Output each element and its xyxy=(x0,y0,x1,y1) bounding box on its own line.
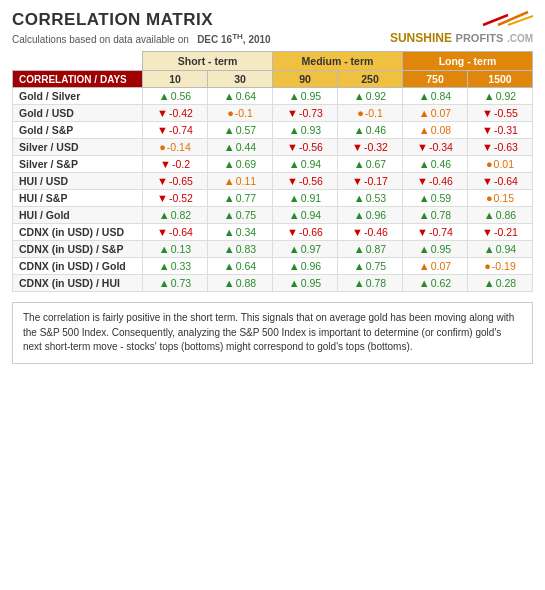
arrow-icon: ▲ xyxy=(159,90,170,102)
subtitle-year: , 2010 xyxy=(243,34,271,45)
val-cell: ●-0.1 xyxy=(208,105,273,122)
val-cell: ▲0.53 xyxy=(338,190,403,207)
val-cell: ●-0.14 xyxy=(143,139,208,156)
arrow-icon: ▼ xyxy=(417,175,428,187)
cell-value: 0.92 xyxy=(496,90,516,102)
val-cell: ▼-0.55 xyxy=(468,105,533,122)
val-cell: ▲0.77 xyxy=(208,190,273,207)
val-cell: ▼-0.21 xyxy=(468,224,533,241)
val-cell: ▲0.92 xyxy=(338,88,403,105)
cell-value: 0.95 xyxy=(301,277,321,289)
cell-value: -0.64 xyxy=(494,175,518,187)
cell-value: 0.91 xyxy=(301,192,321,204)
medium-term-header: Medium - term xyxy=(273,52,403,71)
val-cell: ▲0.78 xyxy=(403,207,468,224)
val-cell: ▲0.83 xyxy=(208,241,273,258)
val-cell: ▲0.28 xyxy=(468,275,533,292)
cell-value: -0.21 xyxy=(494,226,518,238)
cell-value: 0.44 xyxy=(236,141,256,153)
arrow-icon: ▲ xyxy=(224,260,235,272)
val-cell: ▲0.08 xyxy=(403,122,468,139)
val-cell: ▲0.86 xyxy=(468,207,533,224)
col-header-row: Short - term Medium - term Long - term xyxy=(13,52,533,71)
val-cell: ▲0.94 xyxy=(273,207,338,224)
val-cell: ▲0.64 xyxy=(208,88,273,105)
val-cell: ▲0.78 xyxy=(338,275,403,292)
arrow-icon: ▲ xyxy=(419,90,430,102)
cell-value: -0.34 xyxy=(429,141,453,153)
val-cell: ▼-0.56 xyxy=(273,173,338,190)
arrow-icon: ▲ xyxy=(419,192,430,204)
cell-value: 0.62 xyxy=(431,277,451,289)
table-row: CDNX (in USD) / USD▼-0.64▲0.34▼-0.66▼-0.… xyxy=(13,224,533,241)
num-header-row: CORRELATION / DAYS 10 30 90 250 750 1500 xyxy=(13,71,533,88)
arrow-icon: ▲ xyxy=(224,226,235,238)
cell-value: -0.56 xyxy=(299,175,323,187)
cell-value: -0.55 xyxy=(494,107,518,119)
val-cell: ▲0.13 xyxy=(143,241,208,258)
arrow-icon: ▼ xyxy=(157,175,168,187)
cell-value: 0.73 xyxy=(171,277,191,289)
arrow-icon: ▲ xyxy=(224,175,235,187)
cell-value: 0.92 xyxy=(366,90,386,102)
val-cell: ▲0.93 xyxy=(273,122,338,139)
header: CORRELATION MATRIX Calculations based on… xyxy=(12,10,533,45)
table-row: Gold / Silver▲0.56▲0.64▲0.95▲0.92▲0.84▲0… xyxy=(13,88,533,105)
arrow-icon: ▲ xyxy=(224,90,235,102)
arrow-icon: ▼ xyxy=(482,226,493,238)
val-cell: ▲0.46 xyxy=(403,156,468,173)
val-cell: ●-0.1 xyxy=(338,105,403,122)
row-label: HUI / Gold xyxy=(13,207,143,224)
val-cell: ▲0.82 xyxy=(143,207,208,224)
val-cell: ▼-0.31 xyxy=(468,122,533,139)
cell-value: -0.32 xyxy=(364,141,388,153)
val-cell: ▼-0.63 xyxy=(468,139,533,156)
row-label: Gold / S&P xyxy=(13,122,143,139)
val-cell: ▲0.97 xyxy=(273,241,338,258)
val-cell: ●-0.19 xyxy=(468,258,533,275)
arrow-icon: ▲ xyxy=(224,158,235,170)
cell-value: 0.28 xyxy=(496,277,516,289)
val-cell: ▲0.07 xyxy=(403,258,468,275)
arrow-icon: ▲ xyxy=(419,209,430,221)
table-row: Gold / S&P▼-0.74▲0.57▲0.93▲0.46▲0.08▼-0.… xyxy=(13,122,533,139)
cell-value: 0.07 xyxy=(431,107,451,119)
val-cell: ▲0.57 xyxy=(208,122,273,139)
arrow-icon: ▲ xyxy=(224,243,235,255)
arrow-icon: ▲ xyxy=(354,158,365,170)
arrow-icon: ▼ xyxy=(482,124,493,136)
val-cell: ▲0.75 xyxy=(208,207,273,224)
cell-value: -0.1 xyxy=(365,107,383,119)
cell-value: 0.13 xyxy=(171,243,191,255)
arrow-icon: ▲ xyxy=(224,141,235,153)
arrow-icon: ▼ xyxy=(352,141,363,153)
cell-value: 0.75 xyxy=(366,260,386,272)
cell-value: -0.66 xyxy=(299,226,323,238)
arrow-icon: ▼ xyxy=(482,175,493,187)
val-cell: ▲0.94 xyxy=(468,241,533,258)
cell-value: 0.69 xyxy=(236,158,256,170)
correlation-days-label: CORRELATION / DAYS xyxy=(13,71,143,88)
val-cell: ▲0.91 xyxy=(273,190,338,207)
logo-svg xyxy=(478,10,533,28)
val-cell: ▼-0.74 xyxy=(403,224,468,241)
val-cell: ▼-0.46 xyxy=(338,224,403,241)
row-label: HUI / S&P xyxy=(13,190,143,207)
arrow-icon: ▲ xyxy=(354,124,365,136)
val-cell: ●0.15 xyxy=(468,190,533,207)
arrow-icon: ▼ xyxy=(157,124,168,136)
table-row: CDNX (in USD) / HUI▲0.73▲0.88▲0.95▲0.78▲… xyxy=(13,275,533,292)
cell-value: 0.64 xyxy=(236,90,256,102)
cell-value: 0.96 xyxy=(301,260,321,272)
long-term-header: Long - term xyxy=(403,52,533,71)
arrow-icon: ▼ xyxy=(157,107,168,119)
cell-value: 0.83 xyxy=(236,243,256,255)
arrow-icon: ▲ xyxy=(419,158,430,170)
val-cell: ▲0.64 xyxy=(208,258,273,275)
row-label: CDNX (in USD) / S&P xyxy=(13,241,143,258)
arrow-icon: ▼ xyxy=(287,175,298,187)
row-label: HUI / USD xyxy=(13,173,143,190)
table-row: Gold / USD▼-0.42●-0.1▼-0.73●-0.1▲0.07▼-0… xyxy=(13,105,533,122)
arrow-icon: ▲ xyxy=(289,260,300,272)
cell-value: 0.94 xyxy=(301,209,321,221)
